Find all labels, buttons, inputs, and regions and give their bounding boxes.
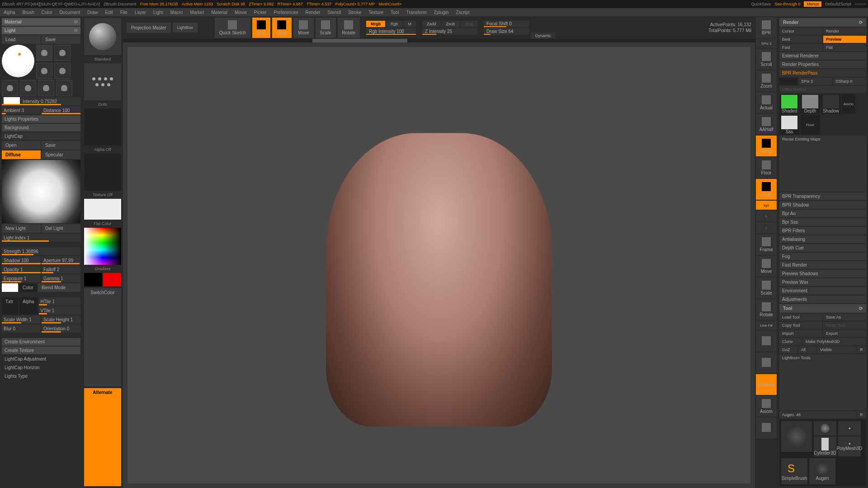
transp-button[interactable] xyxy=(756,352,777,373)
ssharp-value[interactable]: SSharp 0 xyxy=(833,78,866,85)
axis-x-button[interactable]: ○ xyxy=(756,211,777,221)
floor-pass[interactable]: Floor xyxy=(800,115,820,135)
shadow-pass[interactable]: Shadow xyxy=(821,94,841,114)
floor-button[interactable]: Floor xyxy=(756,157,777,178)
lightbox-button[interactable]: LightBox xyxy=(173,23,198,33)
menu-edit[interactable]: Edit xyxy=(105,10,113,15)
lightcap-section[interactable]: LightCap xyxy=(2,132,80,140)
menu-render[interactable]: Render xyxy=(306,10,321,15)
tool-sphere[interactable] xyxy=(814,421,836,436)
vtile-slider[interactable]: VTile 1 xyxy=(39,306,80,314)
menu-transform[interactable]: Transform xyxy=(406,10,426,15)
scale-height-slider[interactable]: Scale Height 1 xyxy=(42,315,80,324)
tool-star[interactable]: ✦ xyxy=(838,421,861,436)
xyz-button[interactable]: xyz xyxy=(756,201,777,210)
frame-button[interactable]: Frame xyxy=(756,234,777,255)
lightbox-tools-button[interactable]: Lightbox> Tools xyxy=(779,354,866,410)
txtr-label[interactable]: Txtr xyxy=(2,297,18,314)
intensity-slider[interactable]: Intensity 0.75282 xyxy=(2,97,80,105)
save-as-button[interactable]: Save As xyxy=(823,314,866,321)
new-light-button[interactable]: New Light xyxy=(2,224,41,233)
persp-button[interactable]: Persp xyxy=(756,136,777,156)
texture-thumb[interactable] xyxy=(84,154,121,191)
window-controls-icon[interactable]: ▫▫▫▫▫▫▫▫ xyxy=(854,2,866,6)
secondary-color-swatch[interactable] xyxy=(84,273,102,286)
depth-cue-section[interactable]: Depth Cue xyxy=(779,244,866,252)
menu-document[interactable]: Document xyxy=(60,10,80,15)
bpr-transparency-section[interactable]: BPR Transparency xyxy=(779,192,866,200)
open-button[interactable]: Open xyxy=(2,141,41,150)
m-button[interactable]: M xyxy=(404,21,416,27)
bpr-button[interactable]: BPR xyxy=(756,17,777,38)
make-polymesh3d-button[interactable]: Make PolyMesh3D xyxy=(803,338,866,345)
reuse-maps-button[interactable]: Reuse Existing Maps xyxy=(779,136,866,192)
orientation-slider[interactable]: Orientation 0 xyxy=(42,324,80,333)
ambient-slider[interactable]: Ambient 3 xyxy=(2,106,41,114)
menu-file[interactable]: File xyxy=(120,10,127,15)
gamma-slider[interactable]: Gamma 1 xyxy=(42,274,80,282)
color-swatches[interactable] xyxy=(84,273,121,286)
goz-button[interactable]: GoZ xyxy=(779,346,797,353)
vblur-slider[interactable]: VBlur Radius xyxy=(779,86,866,93)
mrgb-button[interactable]: Mrgb xyxy=(366,21,385,27)
misc-button-1[interactable] xyxy=(756,418,777,438)
strength-slider[interactable]: Strength 1.36896 xyxy=(2,247,80,255)
render-properties-section[interactable]: Render Properties xyxy=(779,61,866,68)
scale-width-slider[interactable]: Scale Width 1 xyxy=(2,315,41,324)
scale-button[interactable]: Scale xyxy=(316,18,336,38)
light-direction-sphere[interactable] xyxy=(2,45,34,77)
menu-material[interactable]: Material xyxy=(212,10,228,15)
sculpt-model[interactable] xyxy=(326,133,552,427)
lightcap-horizon-section[interactable]: LightCap Horizon xyxy=(2,364,80,371)
rotate-viewport-button[interactable]: Rotate xyxy=(756,299,777,320)
bpr-thumb[interactable] xyxy=(779,78,797,85)
rotate-button[interactable]: Rotate xyxy=(338,18,360,38)
axiom-button[interactable]: Axiom xyxy=(756,396,777,417)
antialiasing-section[interactable]: Antialiasing xyxy=(779,235,866,243)
tool-simplebrush[interactable]: SSimpleBrush xyxy=(781,458,807,484)
preview-wax-section[interactable]: Preview Wax xyxy=(779,278,866,286)
diffuse-button[interactable]: Diffuse xyxy=(2,150,41,159)
aahalf-button[interactable]: AAHalf xyxy=(756,114,777,135)
sss-pass[interactable]: Sss xyxy=(779,115,799,135)
menu-layer[interactable]: Layer xyxy=(135,10,146,15)
grid-button[interactable] xyxy=(756,331,777,352)
create-environment-button[interactable]: Create Environment xyxy=(2,338,80,346)
lightcap-color-swatch[interactable] xyxy=(2,283,18,292)
create-texture-button[interactable]: Create Texture xyxy=(2,347,80,354)
stroke-thumb[interactable] xyxy=(84,63,121,100)
preview-shadows-section[interactable]: Preview Shadows xyxy=(779,270,866,277)
default-script[interactable]: DefaultZScript xyxy=(825,2,851,6)
scale-viewport-button[interactable]: Scale xyxy=(756,277,777,298)
cursor-button[interactable]: Cursor xyxy=(779,28,822,35)
preview-button[interactable]: Preview xyxy=(823,36,866,43)
aperture-slider[interactable]: Aperture 97.99 xyxy=(42,256,80,264)
tool-augen-big[interactable] xyxy=(781,421,812,452)
canvas-scrollbar[interactable] xyxy=(123,39,755,42)
pin-icon[interactable]: ⟳ xyxy=(859,306,863,311)
blur-slider[interactable]: Blur 0 xyxy=(2,324,41,333)
menu-brush[interactable]: Brush xyxy=(23,10,34,15)
paste-tool-button[interactable]: Paste Tool xyxy=(823,322,866,329)
quicksave-button[interactable]: QuickSave xyxy=(751,2,771,6)
current-tool-label[interactable]: Augen. 48 xyxy=(779,411,856,418)
alternate-button[interactable]: Alternate xyxy=(84,388,121,486)
fast-button[interactable]: Fast xyxy=(779,44,822,51)
spix-slider[interactable]: SPix 3 xyxy=(756,39,777,48)
bpr-shadow-section[interactable]: BPR Shadow xyxy=(779,201,866,209)
save-button[interactable]: Save xyxy=(42,35,80,44)
menu-marker[interactable]: Marker xyxy=(190,10,204,15)
light-slot-8[interactable] xyxy=(56,80,72,96)
bpr-renderpass-section[interactable]: BPR RenderPass xyxy=(779,69,866,77)
menu-zplugin[interactable]: Zplugin xyxy=(434,10,449,15)
tool-cylinder[interactable]: Cylinder3D xyxy=(814,436,836,456)
tool-polymesh[interactable]: ✦PolyMesh3D xyxy=(838,436,861,456)
copy-tool-button[interactable]: Copy Tool xyxy=(779,322,822,329)
goz-r-button[interactable]: R xyxy=(857,346,866,353)
lights-properties-section[interactable]: Lights Properties xyxy=(2,115,80,123)
lightcap-preview[interactable] xyxy=(2,160,80,223)
alpha-label[interactable]: Alpha xyxy=(19,297,38,314)
light-slot-2[interactable] xyxy=(54,45,71,61)
zcut-button[interactable]: Zcut xyxy=(461,21,478,27)
light-slot-5[interactable] xyxy=(2,80,18,96)
